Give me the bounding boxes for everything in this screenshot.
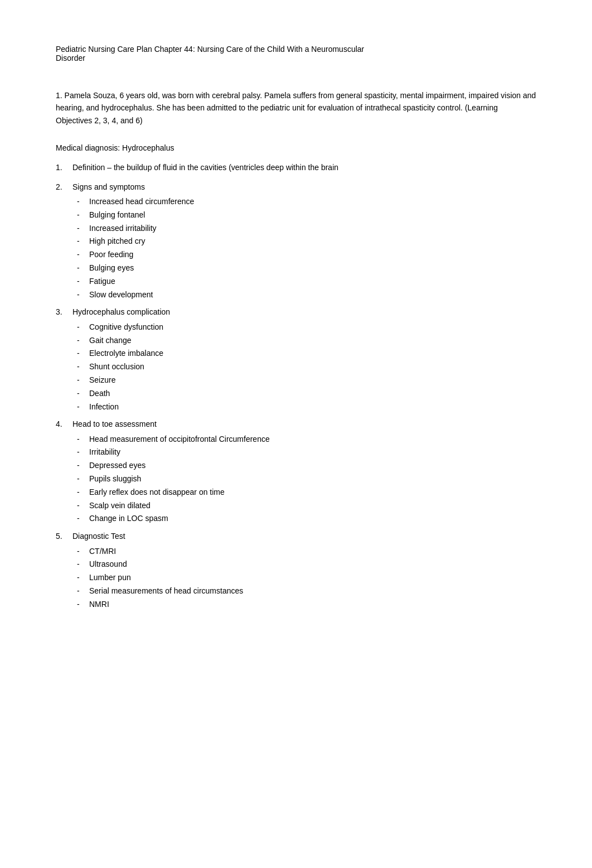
bullet-text: Gait change: [89, 334, 536, 348]
bullet-text: Slow development: [89, 288, 536, 302]
bullet-text: Early reflex does not disappear on time: [89, 486, 536, 499]
section-num-1: 1.: [56, 161, 72, 176]
bullet-list-3: -Cognitive dysfunction-Gait change-Elect…: [72, 321, 536, 414]
dash-icon: -: [72, 571, 89, 585]
section-title-2: Signs and symptoms: [72, 181, 536, 193]
list-item: -Lumber pun: [72, 571, 536, 585]
list-item: -Cognitive dysfunction: [72, 321, 536, 334]
dash-icon: -: [72, 374, 89, 387]
list-item: -Change in LOC spasm: [72, 512, 536, 525]
bullet-text: Serial measurements of head circumstance…: [89, 585, 536, 598]
section-title-4: Head to toe assessment: [72, 418, 536, 430]
dash-icon: -: [72, 585, 89, 598]
list-item: -Bulging fontanel: [72, 209, 536, 222]
list-item: -Seizure: [72, 374, 536, 387]
bullet-text: Seizure: [89, 374, 536, 387]
list-item: -Early reflex does not disappear on time: [72, 486, 536, 499]
section-num-4: 4.: [56, 418, 72, 525]
intro-text: 1. Pamela Souza, 6 years old, was born w…: [56, 89, 536, 127]
bullet-text: Electrolyte imbalance: [89, 347, 536, 360]
section-title-1: Definition – the buildup of fluid in the…: [72, 161, 536, 173]
list-item: -Irritability: [72, 446, 536, 459]
main-list: 1.Definition – the buildup of fluid in t…: [56, 161, 536, 611]
list-item: -Fatigue: [72, 275, 536, 288]
dash-icon: -: [72, 248, 89, 262]
section-title-5: Diagnostic Test: [72, 530, 536, 542]
bullet-text: Death: [89, 387, 536, 401]
bullet-text: Scalp vein dilated: [89, 499, 536, 513]
list-item: -Depressed eyes: [72, 459, 536, 472]
list-item: -Slow development: [72, 288, 536, 302]
list-item: -Shunt occlusion: [72, 360, 536, 374]
section-item-4: 4.Head to toe assessment-Head measuremen…: [56, 418, 536, 525]
list-item: -Poor feeding: [72, 248, 536, 262]
dash-icon: -: [72, 459, 89, 472]
list-item: -NMRI: [72, 598, 536, 611]
dash-icon: -: [72, 472, 89, 486]
dash-icon: -: [72, 499, 89, 513]
bullet-list-2: -Increased head circumference-Bulging fo…: [72, 195, 536, 301]
list-item: -Gait change: [72, 334, 536, 348]
dash-icon: -: [72, 321, 89, 334]
dash-icon: -: [72, 262, 89, 275]
list-item: -Increased irritability: [72, 222, 536, 235]
bullet-text: Fatigue: [89, 275, 536, 288]
dash-icon: -: [72, 446, 89, 459]
medical-diagnosis-label: Medical diagnosis: Hydrocephalus: [56, 143, 536, 152]
section-num-5: 5.: [56, 530, 72, 611]
bullet-text: Head measurement of occipitofrontal Circ…: [89, 433, 536, 446]
page-title: Pediatric Nursing Care Plan Chapter 44: …: [56, 45, 536, 62]
bullet-text: High pitched cry: [89, 235, 536, 248]
list-item: -High pitched cry: [72, 235, 536, 248]
section-num-2: 2.: [56, 181, 72, 302]
dash-icon: -: [72, 558, 89, 571]
bullet-text: Irritability: [89, 446, 536, 459]
list-item: -Pupils sluggish: [72, 472, 536, 486]
dash-icon: -: [72, 360, 89, 374]
bullet-text: Ultrasound: [89, 558, 536, 571]
section-item-3: 3.Hydrocephalus complication-Cognitive d…: [56, 306, 536, 413]
dash-icon: -: [72, 235, 89, 248]
dash-icon: -: [72, 401, 89, 414]
dash-icon: -: [72, 275, 89, 288]
list-item: -CT/MRI: [72, 545, 536, 558]
bullet-text: NMRI: [89, 598, 536, 611]
bullet-text: Lumber pun: [89, 571, 536, 585]
list-item: -Head measurement of occipitofrontal Cir…: [72, 433, 536, 446]
section-item-2: 2.Signs and symptoms-Increased head circ…: [56, 181, 536, 302]
dash-icon: -: [72, 222, 89, 235]
bullet-text: CT/MRI: [89, 545, 536, 558]
list-item: -Bulging eyes: [72, 262, 536, 275]
bullet-text: Infection: [89, 401, 536, 414]
dash-icon: -: [72, 288, 89, 302]
list-item: -Increased head circumference: [72, 195, 536, 209]
section-item-1: 1.Definition – the buildup of fluid in t…: [56, 161, 536, 176]
section-title-3: Hydrocephalus complication: [72, 306, 536, 318]
dash-icon: -: [72, 486, 89, 499]
list-item: -Scalp vein dilated: [72, 499, 536, 513]
bullet-text: Pupils sluggish: [89, 472, 536, 486]
dash-icon: -: [72, 209, 89, 222]
bullet-list-4: -Head measurement of occipitofrontal Cir…: [72, 433, 536, 526]
dash-icon: -: [72, 347, 89, 360]
bullet-text: Increased head circumference: [89, 195, 536, 209]
dash-icon: -: [72, 433, 89, 446]
list-item: -Infection: [72, 401, 536, 414]
dash-icon: -: [72, 334, 89, 348]
dash-icon: -: [72, 512, 89, 525]
bullet-text: Depressed eyes: [89, 459, 536, 472]
section-item-5: 5.Diagnostic Test-CT/MRI-Ultrasound-Lumb…: [56, 530, 536, 611]
list-item: -Ultrasound: [72, 558, 536, 571]
dash-icon: -: [72, 387, 89, 401]
list-item: -Death: [72, 387, 536, 401]
bullet-text: Shunt occlusion: [89, 360, 536, 374]
dash-icon: -: [72, 195, 89, 209]
bullet-text: Bulging eyes: [89, 262, 536, 275]
list-item: -Serial measurements of head circumstanc…: [72, 585, 536, 598]
dash-icon: -: [72, 545, 89, 558]
bullet-text: Poor feeding: [89, 248, 536, 262]
bullet-text: Cognitive dysfunction: [89, 321, 536, 334]
bullet-text: Change in LOC spasm: [89, 512, 536, 525]
bullet-list-5: -CT/MRI-Ultrasound-Lumber pun-Serial mea…: [72, 545, 536, 611]
bullet-text: Bulging fontanel: [89, 209, 536, 222]
